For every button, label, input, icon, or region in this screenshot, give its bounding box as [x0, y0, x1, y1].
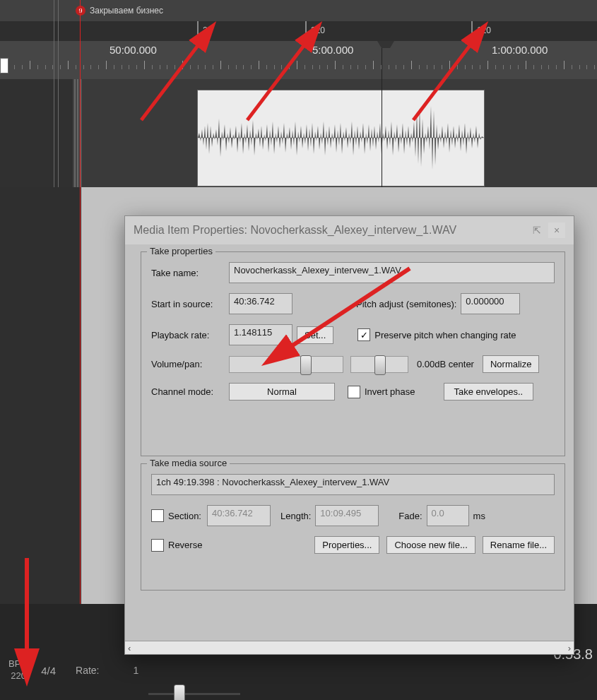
ruler-tick-minor: [136, 65, 137, 69]
section-checkbox[interactable]: [151, 509, 164, 522]
ruler-tick: [411, 61, 412, 69]
channel-mode-label: Channel mode:: [151, 386, 229, 397]
bpm-box[interactable]: BPM 220: [8, 658, 28, 682]
ruler-tick: [449, 61, 450, 69]
ruler-tick-minor: [167, 65, 167, 69]
section-length-label: Length:: [280, 511, 311, 521]
take-properties-legend: Take properties: [147, 246, 215, 256]
transport-rate-slider[interactable]: [148, 689, 240, 699]
ruler-tick-minor: [586, 65, 587, 69]
ruler-tick: [335, 61, 336, 69]
normalize-button[interactable]: Normalize: [483, 355, 540, 373]
bpm-value: 220: [8, 670, 28, 682]
ruler-tick-minor: [533, 65, 534, 69]
ruler-tick-minor: [312, 65, 313, 69]
media-source-info: 1ch 49:19.398 : Novocherkassk_Alexey_int…: [151, 474, 555, 495]
ruler-tick-minor: [442, 65, 442, 69]
media-item[interactable]: [Rate:1.148] Novocherkassk_Alexey_interv…: [197, 90, 485, 186]
ruler-tick-minor: [76, 65, 76, 69]
reverse-checkbox[interactable]: [151, 539, 164, 552]
section-fade-input[interactable]: 0.0: [427, 505, 469, 526]
ruler-time-label: 1:00:00.000: [492, 44, 548, 56]
time-signature[interactable]: 4/4: [41, 665, 56, 677]
choose-new-file-button[interactable]: Choose new file...: [386, 536, 475, 554]
ruler-tick-minor: [83, 65, 84, 69]
ruler-tick-minor: [274, 65, 275, 69]
ruler-tick: [106, 61, 107, 69]
ruler-tick-minor: [152, 65, 153, 69]
time-ruler[interactable]: 50:00.000 5:00.000 1:00:00.000: [0, 41, 597, 79]
transport-rate-thumb[interactable]: [174, 684, 185, 700]
ruler-tick-minor: [319, 65, 320, 69]
ruler-tick-minor: [389, 65, 389, 69]
ruler-tick-minor: [343, 65, 343, 69]
ruler-tick-minor: [434, 65, 435, 69]
ruler-tick: [526, 61, 526, 69]
pitch-adjust-input[interactable]: 0.000000: [461, 293, 520, 314]
invert-phase-checkbox[interactable]: [348, 386, 360, 398]
ruler-tick-minor: [37, 65, 38, 69]
take-envelopes-button[interactable]: Take envelopes..: [444, 383, 534, 401]
ruler-tick-minor: [579, 65, 580, 69]
ruler-tick: [564, 61, 565, 69]
ruler-tick-minor: [427, 65, 427, 69]
ruler-tick: [259, 61, 259, 69]
ruler-tick-minor: [205, 65, 206, 69]
section-label: Section:: [168, 511, 201, 521]
take-name-input[interactable]: Novocherkassk_Alexey_intervew_1.WAV: [229, 262, 555, 283]
scroll-left-icon[interactable]: ‹: [128, 643, 131, 653]
ruler-tick: [182, 61, 183, 69]
edit-cursor[interactable]: [80, 0, 81, 604]
dialog-scrollbar[interactable]: ‹ ›: [125, 641, 574, 654]
ruler-tick-minor: [403, 65, 404, 69]
ruler-tick-minor: [281, 65, 282, 69]
ruler-tick-minor: [396, 65, 396, 69]
preserve-pitch-checkbox[interactable]: ✓: [357, 328, 370, 341]
start-in-source-input[interactable]: 40:36.742: [229, 293, 292, 314]
close-icon[interactable]: ×: [548, 223, 565, 238]
scroll-right-icon[interactable]: ›: [568, 643, 571, 653]
volume-pan-label: Volume/pan:: [151, 359, 229, 369]
dialog-titlebar[interactable]: Media Item Properties: Novocherkassk_Ale…: [125, 216, 574, 244]
ruler-tick-minor: [14, 65, 15, 69]
ruler-tick-minor: [572, 65, 572, 69]
marker-row: 22 220 120: [0, 21, 597, 41]
section-fade-unit: ms: [473, 511, 485, 521]
section-start-input[interactable]: 40:36.742: [207, 505, 271, 526]
section-length-input[interactable]: 10:09.495: [315, 505, 379, 526]
channel-mode-button[interactable]: Normal: [229, 383, 335, 401]
ruler-tick-minor: [228, 65, 229, 69]
track-header-area[interactable]: [0, 79, 82, 187]
ruler-tick-minor: [510, 65, 511, 69]
region-badge: 9: [76, 6, 85, 16]
ruler-tick-minor: [160, 65, 160, 69]
set-rate-button[interactable]: Set...: [297, 326, 333, 344]
pan-slider-thumb[interactable]: [374, 355, 386, 375]
region-row: 9 Закрываем бизнес: [0, 0, 597, 21]
rename-file-button[interactable]: Rename file...: [483, 536, 555, 554]
transport-rate-value: 1: [134, 665, 139, 676]
ruler-tick-minor: [213, 65, 213, 69]
ruler-tick-minor: [365, 65, 366, 69]
ruler-tick-minor: [289, 65, 290, 69]
item-edge-line: [58, 0, 59, 187]
marker-label: 220: [311, 25, 325, 35]
media-item-sliver[interactable]: [0, 58, 8, 73]
ruler-tick-minor: [541, 65, 542, 69]
preserve-pitch-label: Preserve pitch when changing rate: [374, 330, 516, 340]
source-properties-button[interactable]: Properties...: [314, 536, 379, 554]
waveform-icon: [198, 90, 484, 186]
section-fade-label: Fade:: [398, 511, 422, 521]
ruler-tick-minor: [266, 65, 267, 69]
playhead-icon[interactable]: [377, 41, 394, 57]
volpan-readout: 0.00dB center: [417, 359, 474, 369]
pin-icon[interactable]: ⇱: [528, 223, 545, 238]
volume-slider[interactable]: [229, 356, 343, 373]
playback-rate-input[interactable]: 1.148115: [229, 324, 292, 345]
ruler-time-label: 50:00.000: [110, 44, 157, 56]
take-media-source-group: Take media source 1ch 49:19.398 : Novoch…: [141, 463, 565, 591]
dialog-title-text: Media Item Properties: Novocherkassk_Ale…: [134, 224, 528, 237]
region-marker[interactable]: 9 Закрываем бизнес: [76, 6, 163, 16]
volume-slider-thumb[interactable]: [300, 355, 312, 375]
pan-slider[interactable]: [350, 356, 408, 373]
